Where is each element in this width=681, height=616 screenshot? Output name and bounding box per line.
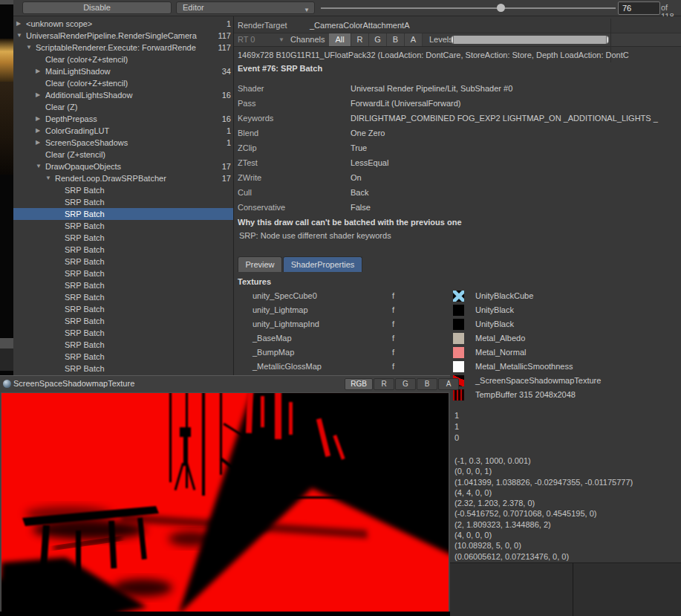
texture-flag: f xyxy=(392,331,394,346)
tab-shader-properties[interactable]: ShaderProperties xyxy=(283,256,362,272)
event-slider-handle[interactable] xyxy=(497,4,505,12)
channel-button-all[interactable]: All xyxy=(329,33,351,46)
vector-value: (2, 1.809323, 1.344886, 2) xyxy=(454,519,633,530)
collapse-icon[interactable]: ▼ xyxy=(45,172,51,184)
tree-row[interactable]: ▼ScriptableRenderer.Execute: ForwardRend… xyxy=(13,42,233,54)
levels-max-handle[interactable] xyxy=(606,36,609,44)
tree-row[interactable]: SRP Batch xyxy=(13,363,233,375)
tree-row[interactable]: SRP Batch xyxy=(13,315,233,327)
expand-icon[interactable]: ▶ xyxy=(36,137,40,149)
channel-button-b[interactable]: B xyxy=(387,33,405,46)
tree-row[interactable]: SRP Batch xyxy=(13,327,233,339)
texture-swatch-icon[interactable] xyxy=(453,347,464,358)
tree-row[interactable]: SRP Batch xyxy=(13,279,233,291)
expand-icon[interactable]: ▶ xyxy=(16,18,21,30)
channel-button-r[interactable]: R xyxy=(351,33,369,46)
expand-icon[interactable]: ▶ xyxy=(36,89,40,101)
property-value: One Zero xyxy=(351,126,385,140)
vector-value: (0, 0, 0, 1) xyxy=(454,466,633,476)
texture-flag: f xyxy=(392,289,394,303)
event-tree-list: ▶<unknown scope>1▼UniversalRenderPipelin… xyxy=(13,18,233,375)
texture-swatch-icon[interactable] xyxy=(453,389,464,401)
tree-row[interactable]: ▼RenderLoop.DrawSRPBatcher17 xyxy=(13,172,233,184)
event-slider-track[interactable] xyxy=(321,7,616,9)
collapse-icon[interactable]: ▼ xyxy=(26,42,32,54)
tree-row[interactable]: SRP Batch xyxy=(13,256,233,268)
texture-property-name: _BaseMap xyxy=(252,331,292,346)
channel-button-a[interactable]: A xyxy=(405,33,423,46)
preview-titlebar[interactable]: ScreenSpaceShadowmapTexture RGBRGBA xyxy=(0,376,450,392)
disable-button[interactable]: Disable xyxy=(22,1,172,14)
preview-channel-button-b[interactable]: B xyxy=(417,378,437,390)
tree-row-label: SRP Batch xyxy=(65,279,215,291)
tree-row[interactable]: SRP Batch xyxy=(13,184,233,196)
collapse-icon[interactable]: ▼ xyxy=(36,161,42,172)
vector-value: (0.06005612, 0.07213476, 0, 0) xyxy=(454,551,633,562)
tree-row[interactable]: SRP Batch xyxy=(13,196,233,208)
texture-swatch-icon[interactable] xyxy=(453,361,464,372)
levels-range-slider[interactable] xyxy=(451,36,609,44)
texture-row: unity_SpecCube0fUnityBlackCube xyxy=(234,289,681,303)
tree-row[interactable]: SRP Batch xyxy=(13,351,233,363)
tab-preview[interactable]: Preview xyxy=(238,256,282,272)
shader-state-row: KeywordsDIRLIGHTMAP_COMBINED FOG_EXP2 LI… xyxy=(238,111,681,126)
tree-row[interactable]: ▼UniversalRenderPipeline.RenderSingleCam… xyxy=(13,30,233,42)
tree-row[interactable]: SRP Batch xyxy=(13,244,233,256)
tree-row-label: SRP Batch xyxy=(65,232,215,244)
texture-row: unity_LightmapfUnityBlack xyxy=(234,303,681,317)
expand-icon[interactable]: ▶ xyxy=(36,65,40,77)
tree-row[interactable]: ▶ScreenSpaceShadows1 xyxy=(13,137,233,149)
tree-row[interactable]: SRP Batch xyxy=(13,339,233,351)
texture-swatch-icon[interactable] xyxy=(453,333,464,344)
expand-icon[interactable]: ▶ xyxy=(36,125,40,137)
tree-row[interactable]: SRP Batch xyxy=(13,208,233,220)
event-number-input[interactable]: 76 xyxy=(618,1,660,15)
preview-channel-button-g[interactable]: G xyxy=(395,378,416,390)
tree-row[interactable]: Clear (Z+stencil) xyxy=(13,149,233,161)
target-selector-dropdown[interactable]: Editor ▼ xyxy=(176,1,315,14)
vector-value: (10.08928, 5, 0, 0) xyxy=(454,540,633,551)
debugger-toolbar: Disable Editor ▼ 76 of 118 xyxy=(13,0,681,16)
tree-row-label: ScriptableRenderer.Execute: ForwardRende xyxy=(36,42,215,54)
expand-icon[interactable]: ▶ xyxy=(36,113,40,125)
preview-frame xyxy=(1,392,449,612)
rt-dropdown[interactable]: RT 0 xyxy=(238,35,255,44)
shader-state-row: ZWriteOn xyxy=(238,170,681,185)
tree-row-label: SRP Batch xyxy=(65,291,215,303)
tree-row[interactable]: SRP Batch xyxy=(13,232,233,244)
channel-button-g[interactable]: G xyxy=(369,33,387,46)
tree-row[interactable]: ▶AdditionalLightsShadow16 xyxy=(13,89,233,101)
tree-row[interactable]: ▶DepthPrepass16 xyxy=(13,113,233,125)
preview-channel-button-rgb[interactable]: RGB xyxy=(345,378,373,390)
tree-row[interactable]: SRP Batch xyxy=(13,220,233,232)
shader-state-row: CullBack xyxy=(238,185,681,200)
collapse-icon[interactable]: ▼ xyxy=(16,30,22,42)
tree-row-count: 17 xyxy=(206,172,231,184)
preview-channel-button-a[interactable]: A xyxy=(438,378,459,390)
texture-swatch-icon[interactable] xyxy=(453,319,464,330)
levels-label: Levels xyxy=(429,35,453,44)
tree-row[interactable]: ▶<unknown scope>1 xyxy=(13,18,233,30)
tree-row[interactable]: Clear (color+Z+stencil) xyxy=(13,54,233,65)
texture-flag: f xyxy=(392,346,394,360)
tree-row[interactable]: SRP Batch xyxy=(13,303,233,315)
tree-row-count: 34 xyxy=(206,65,231,77)
texture-swatch-icon[interactable] xyxy=(453,305,464,316)
texture-property-name: unity_Lightmap xyxy=(252,303,308,317)
levels-min-handle[interactable] xyxy=(451,36,454,44)
tree-row[interactable]: ▼DrawOpaqueObjects17 xyxy=(13,161,233,172)
tree-row[interactable]: Clear (Z) xyxy=(13,101,233,113)
tree-row[interactable]: ▶ColorGradingLUT1 xyxy=(13,125,233,137)
texture-swatch-icon[interactable] xyxy=(453,291,464,302)
texture-name: Metal_MetallicSmoothness xyxy=(475,360,573,374)
tree-row[interactable]: SRP Batch xyxy=(13,291,233,303)
property-label: ZWrite xyxy=(238,170,261,185)
tree-row-label: ColorGradingLUT xyxy=(45,125,215,137)
tree-row[interactable]: ▶MainLightShadow34 xyxy=(13,65,233,77)
preview-channel-button-r[interactable]: R xyxy=(374,378,394,390)
float-values-list: 110 xyxy=(454,410,459,444)
tree-row[interactable]: Clear (color+Z+stencil) xyxy=(13,77,233,89)
textures-section-title: Textures xyxy=(238,277,271,286)
texture-name: UnityBlackCube xyxy=(475,289,533,303)
tree-row[interactable]: SRP Batch xyxy=(13,268,233,279)
